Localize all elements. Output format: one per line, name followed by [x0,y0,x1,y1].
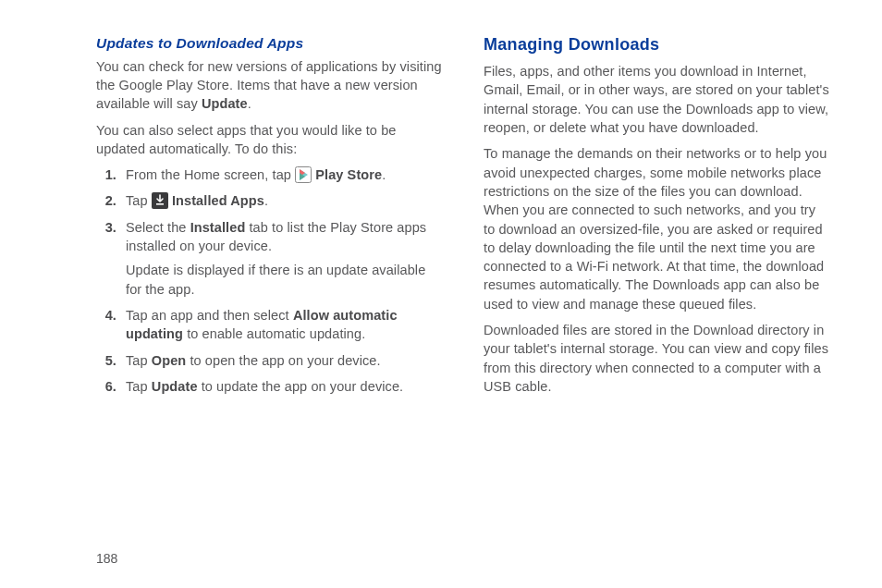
two-column-layout: Updates to Downloaded Apps You can check… [96,33,830,536]
page-number: 188 [96,551,830,566]
text: . [248,96,251,111]
text: . [382,167,386,182]
bold-word: Play Store [312,167,382,182]
right-column: Managing Downloads Files, apps, and othe… [484,33,830,536]
text: Tap [126,353,152,368]
step-1: 1. From the Home screen, tap Play Store. [96,165,443,184]
step-number: 1. [96,165,116,184]
bold-word: Update [152,379,198,394]
svg-rect-2 [156,203,164,205]
step-number: 2. [96,191,116,210]
text: to enable automatic updating. [183,326,365,341]
bold-word: Installed Apps [168,193,264,208]
subsection-heading: Updates to Downloaded Apps [96,33,443,54]
step-body: Tap an app and then select Allow automat… [126,306,443,344]
step-2: 2. Tap Installed Apps. [96,191,443,210]
text: From the Home screen, tap [126,167,295,182]
step-3: 3. Select the Installed tab to list the … [96,218,443,299]
step-body: Tap Open to open the app on your device. [126,351,443,370]
download-icon [152,192,168,209]
bold-word: Open [152,353,186,368]
step-6: 6. Tap Update to update the app on your … [96,377,443,396]
intro-paragraph-2: You can also select apps that you would … [96,121,443,159]
text: to update the app on your device. [198,379,404,394]
paragraph: To manage the demands on their networks … [484,144,830,313]
step-body: From the Home screen, tap Play Store. [126,165,443,184]
step-5: 5. Tap Open to open the app on your devi… [96,351,443,370]
paragraph: Downloaded files are stored in the Downl… [484,321,830,396]
left-column: Updates to Downloaded Apps You can check… [96,33,443,536]
text: to open the app on your device. [186,353,380,368]
text: . [264,193,268,208]
intro-paragraph-1: You can check for new versions of applic… [96,57,443,114]
section-heading: Managing Downloads [484,33,830,56]
paragraph: Files, apps, and other items you downloa… [484,62,830,137]
step-body: Tap Installed Apps. [126,191,443,210]
play-store-icon [295,166,312,183]
step-body: Select the Installed tab to list the Pla… [126,218,443,299]
step-number: 3. [96,218,116,299]
text: Tap an app and then select [126,308,293,323]
bold-word: Installed [190,220,246,235]
manual-page: Updates to Downloaded Apps You can check… [0,0,882,588]
steps-list: 1. From the Home screen, tap Play Store.… [96,165,443,396]
step-number: 6. [96,377,116,396]
text: Select the [126,220,190,235]
text: You can check for new versions of applic… [96,59,442,112]
step-number: 4. [96,306,116,344]
bold-word: Update [202,96,248,111]
text: Tap [126,193,152,208]
step-body: Tap Update to update the app on your dev… [126,377,443,396]
step-number: 5. [96,351,116,370]
text: Tap [126,379,152,394]
step-note: Update is displayed if there is an updat… [126,261,443,299]
step-4: 4. Tap an app and then select Allow auto… [96,306,443,344]
